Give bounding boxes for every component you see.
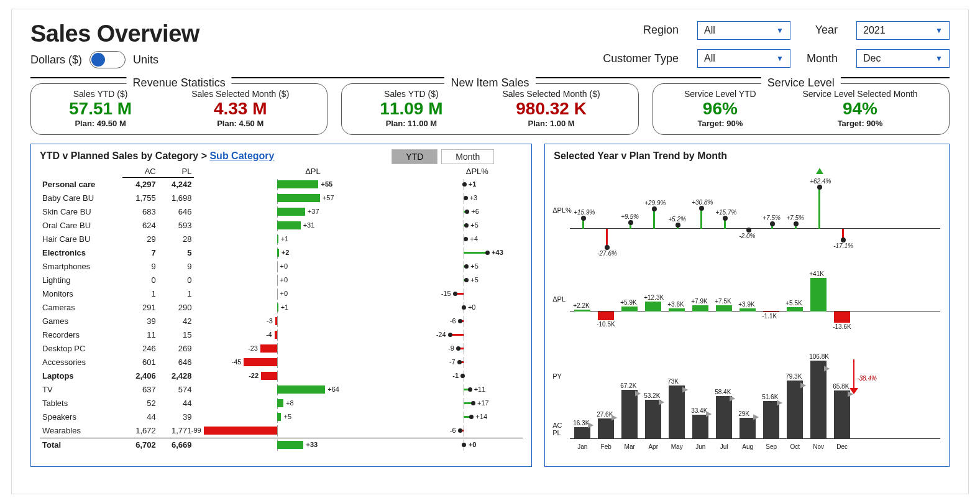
month-select[interactable]: Dec ▼ xyxy=(856,49,950,68)
py-marker-icon: ▶ xyxy=(824,364,830,372)
table-row: Hair Care BU2928+1+4 xyxy=(40,233,523,246)
table-row: Monitors11+0-15 xyxy=(40,287,523,301)
category-table: AC PL ΔPL ΔPL% Personal care4,2974,242+5… xyxy=(40,165,523,452)
py-marker-icon: ▶ xyxy=(635,389,641,397)
table-row: Wearables1,6721,771-99-6 xyxy=(40,424,523,438)
subcategory-link[interactable]: Sub Category xyxy=(209,150,274,161)
table-row: Laptops2,4062,428-22-1 xyxy=(40,369,523,383)
page-title: Sales Overview xyxy=(30,21,199,47)
new-item-sales-card: New Item Sales Sales YTD ($) 11.09 M Pla… xyxy=(341,83,638,135)
chevron-down-icon: ▼ xyxy=(776,54,784,63)
py-marker-icon: ▶ xyxy=(777,398,782,407)
table-row: Smartphones99+0+5 xyxy=(40,260,523,274)
region-select[interactable]: All ▼ xyxy=(697,21,790,40)
table-row: Oral Care BU624593+31+5 xyxy=(40,219,523,233)
year-select[interactable]: 2021 ▼ xyxy=(856,21,950,40)
customer-type-label: Customer Type xyxy=(603,52,681,65)
py-marker-icon: ▶ xyxy=(753,412,759,421)
month-label: Month xyxy=(807,52,840,65)
table-row: Electronics75+2+43 xyxy=(40,246,523,260)
toggle-right-label: Units xyxy=(133,53,158,67)
table-row: Tablets5244+8+17 xyxy=(40,397,523,410)
table-row: Cameras291290+1+0 xyxy=(40,301,523,315)
region-label: Region xyxy=(603,24,681,37)
dpl-pct-lollipop-chart: ΔPL% +15.9%-27.6%+9.5%+29.9%+5.2%+30.8%+… xyxy=(570,167,940,254)
py-marker-icon: ▶ xyxy=(800,381,806,389)
table-row: Desktop PC246269-23-9 xyxy=(40,342,523,356)
up-triangle-icon xyxy=(816,168,823,174)
category-table-panel: YTD v Planned Sales by Category > Sub Ca… xyxy=(30,144,532,467)
table-row: Recorders1115-4-24 xyxy=(40,328,523,342)
service-level-card: Service Level Service Level YTD 96% Targ… xyxy=(653,83,950,135)
table-row: Games3942-3-6 xyxy=(40,315,523,328)
py-marker-icon: ▶ xyxy=(730,394,735,402)
trend-panel: Selected Year v Plan Trend by Month ΔPL%… xyxy=(544,144,950,467)
table-row: Speakers4439+5+14 xyxy=(40,410,523,424)
customer-type-select[interactable]: All ▼ xyxy=(697,49,790,68)
py-marker-icon: ▶ xyxy=(659,397,664,406)
table-row: Personal care4,2974,242+55+1 xyxy=(40,178,523,192)
ac-column-chart: PY AC PL 16.3K▶Jan27.6K▶Feb67.2K▶Mar53.2… xyxy=(570,344,940,450)
tab-ytd[interactable]: YTD xyxy=(392,149,437,164)
table-row: TV637574+64+11 xyxy=(40,383,523,397)
dpl-bar-chart: ΔPL +2.2K-10.5K+5.9K+12.3K+3.6K+7.9K+7.5… xyxy=(570,265,940,333)
drop-arrow-icon xyxy=(853,359,854,390)
currency-units-toggle[interactable] xyxy=(89,51,126,68)
table-row: Skin Care BU683646+37+6 xyxy=(40,205,523,219)
py-marker-icon: ▶ xyxy=(682,385,688,394)
py-marker-icon: ▶ xyxy=(588,420,593,429)
table-row: Lighting00+0+5 xyxy=(40,274,523,287)
py-marker-icon: ▶ xyxy=(611,413,617,422)
chevron-down-icon: ▼ xyxy=(935,26,943,35)
table-row: Accessories601646-45-7 xyxy=(40,356,523,369)
trend-panel-title: Selected Year v Plan Trend by Month xyxy=(554,150,940,162)
chevron-down-icon: ▼ xyxy=(935,54,943,63)
tab-month[interactable]: Month xyxy=(441,149,494,164)
year-label: Year xyxy=(807,24,840,37)
py-marker-icon: ▶ xyxy=(706,409,712,418)
revenue-statistics-card: Revenue Statistics Sales YTD ($) 57.51 M… xyxy=(30,83,327,135)
toggle-left-label: Dollars ($) xyxy=(30,53,82,67)
chevron-down-icon: ▼ xyxy=(776,26,784,35)
table-row: Baby Care BU1,7551,698+57+3 xyxy=(40,192,523,205)
